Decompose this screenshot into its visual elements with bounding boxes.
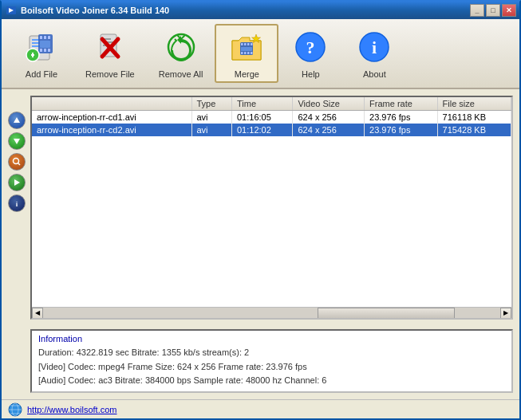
horizontal-scrollbar[interactable]: ◀ ▶ xyxy=(32,307,511,318)
remove-file-label: Remove File xyxy=(85,69,135,79)
status-bar: http://www.boilsoft.com xyxy=(2,399,519,418)
svg-point-41 xyxy=(14,159,19,164)
svg-rect-13 xyxy=(40,41,50,48)
svg-rect-33 xyxy=(241,47,252,51)
remove-file-button[interactable]: Remove File xyxy=(73,24,147,83)
svg-rect-16 xyxy=(32,53,34,57)
svg-rect-25 xyxy=(241,43,243,45)
about-label: About xyxy=(363,69,386,79)
file-name-2: arrow-inception-rr-cd2.avi xyxy=(32,124,191,136)
file-fps-1: 23.976 fps xyxy=(365,111,438,124)
file-fps-2: 23.976 fps xyxy=(365,124,438,136)
scroll-right-button[interactable]: ▶ xyxy=(500,308,511,319)
info-line2: [Video] Codec: mpeg4 Frame Size: 624 x 2… xyxy=(38,360,505,375)
info-line3: [Audio] Codec: ac3 Bitrate: 384000 bps S… xyxy=(38,374,505,388)
file-table: Type Time Video Size Frame rate File siz… xyxy=(32,97,511,136)
svg-marker-40 xyxy=(14,139,20,144)
file-type-1: avi xyxy=(191,111,232,124)
svg-rect-29 xyxy=(241,52,243,54)
info-title: Information xyxy=(38,334,505,343)
info-button[interactable]: i xyxy=(8,194,26,212)
svg-text:i: i xyxy=(372,37,377,57)
col-time: Time xyxy=(232,97,293,111)
move-down-button[interactable] xyxy=(8,132,26,150)
help-icon: ? xyxy=(291,28,330,66)
help-label: Help xyxy=(302,69,320,79)
merge-icon xyxy=(227,28,266,66)
file-type-2: avi xyxy=(191,124,232,136)
play-button[interactable] xyxy=(8,174,26,191)
main-window: Boilsoft Video Joiner 6.34 Build 140 _ □… xyxy=(0,0,521,420)
file-fsize-1: 716118 KB xyxy=(437,111,511,124)
svg-rect-32 xyxy=(251,52,253,54)
file-vsize-1: 624 x 256 xyxy=(293,111,365,124)
svg-rect-31 xyxy=(247,52,250,54)
toolbar: Add File Remove File xyxy=(2,19,519,89)
scroll-thumb[interactable] xyxy=(318,308,455,319)
svg-rect-27 xyxy=(247,43,250,45)
file-list-section: Type Time Video Size Frame rate File siz… xyxy=(30,96,513,320)
minimize-button[interactable]: _ xyxy=(470,4,484,17)
add-file-label: Add File xyxy=(26,69,57,79)
col-video-size: Video Size xyxy=(293,97,365,111)
app-icon xyxy=(5,4,18,17)
about-button[interactable]: i About xyxy=(342,24,406,83)
scroll-track[interactable] xyxy=(43,308,500,319)
info-text: Duration: 4322.819 sec Bitrate: 1355 kb/… xyxy=(38,346,505,388)
website-url[interactable]: http://www.boilsoft.com xyxy=(27,405,117,414)
merge-label: Merge xyxy=(235,69,259,79)
add-file-button[interactable]: Add File xyxy=(10,24,73,83)
remove-file-icon xyxy=(91,28,129,66)
add-file-icon xyxy=(22,28,61,66)
file-time-2: 01:12:02 xyxy=(232,124,293,136)
file-list-container[interactable]: Type Time Video Size Frame rate File siz… xyxy=(32,97,511,307)
main-content: i Type Time Video Size Fr xyxy=(2,89,519,399)
file-vsize-2: 624 x 256 xyxy=(293,124,365,136)
merge-button[interactable]: Merge xyxy=(215,24,278,83)
svg-text:i: i xyxy=(16,200,18,208)
info-line1: Duration: 4322.819 sec Bitrate: 1355 kb/… xyxy=(38,346,505,360)
svg-rect-7 xyxy=(40,36,42,39)
table-row[interactable]: arrow-inception-rr-cd1.avi avi 01:16:05 … xyxy=(32,111,511,124)
file-fsize-2: 715428 KB xyxy=(437,124,511,136)
file-time-1: 01:16:05 xyxy=(232,111,293,124)
file-name-1: arrow-inception-rr-cd1.avi xyxy=(32,111,191,124)
title-bar: Boilsoft Video Joiner 6.34 Build 140 _ □… xyxy=(2,2,519,19)
window-controls: _ □ ✕ xyxy=(470,4,516,17)
col-file-size: File size xyxy=(437,97,511,111)
maximize-button[interactable]: □ xyxy=(486,4,500,17)
svg-rect-12 xyxy=(48,49,50,52)
col-type: Type xyxy=(191,97,232,111)
side-buttons: i xyxy=(8,96,26,393)
svg-rect-10 xyxy=(40,49,42,52)
svg-rect-8 xyxy=(44,36,46,39)
col-frame-rate: Frame rate xyxy=(365,97,438,111)
globe-icon xyxy=(8,402,22,417)
table-row[interactable]: arrow-inception-rr-cd2.avi avi 01:12:02 … xyxy=(32,124,511,136)
help-button[interactable]: ? Help xyxy=(278,24,342,83)
svg-line-42 xyxy=(18,163,21,166)
scroll-left-button[interactable]: ◀ xyxy=(32,308,43,319)
remove-all-label: Remove All xyxy=(159,69,203,79)
remove-all-icon xyxy=(162,28,200,66)
svg-marker-43 xyxy=(14,179,20,186)
svg-text:?: ? xyxy=(306,37,315,57)
svg-rect-11 xyxy=(44,49,46,52)
table-header: Type Time Video Size Frame rate File siz… xyxy=(32,97,511,111)
preview-button[interactable] xyxy=(8,153,26,171)
remove-all-button[interactable]: Remove All xyxy=(147,24,215,83)
center-panel: Type Time Video Size Frame rate File siz… xyxy=(30,96,513,393)
svg-marker-39 xyxy=(14,117,20,123)
close-button[interactable]: ✕ xyxy=(502,4,516,17)
svg-rect-9 xyxy=(48,36,50,39)
col-name xyxy=(32,97,191,111)
svg-rect-28 xyxy=(251,43,253,45)
svg-rect-26 xyxy=(244,43,247,45)
window-title: Boilsoft Video Joiner 6.34 Build 140 xyxy=(21,6,169,15)
information-section: Information Duration: 4322.819 sec Bitra… xyxy=(30,329,513,393)
move-up-button[interactable] xyxy=(8,112,26,129)
about-icon: i xyxy=(355,28,393,66)
svg-rect-30 xyxy=(244,52,247,54)
